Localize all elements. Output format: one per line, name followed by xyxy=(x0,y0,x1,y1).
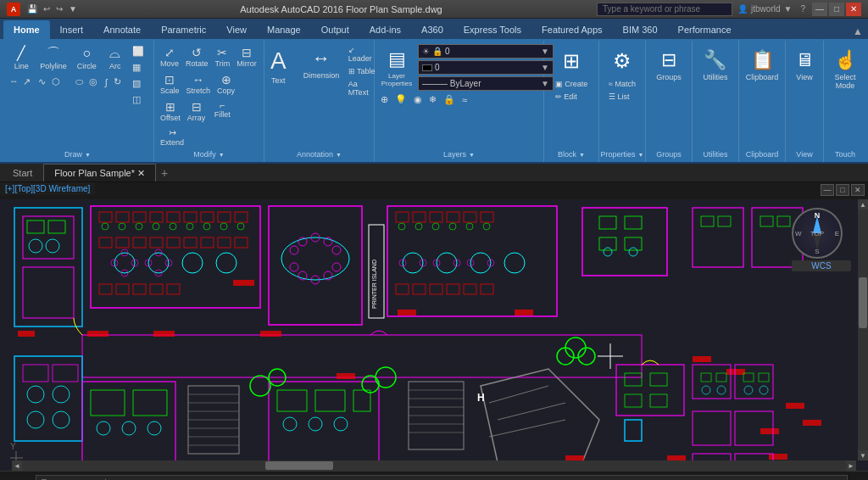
tab-bim360[interactable]: BIM 360 xyxy=(613,20,668,39)
utilities-group-label[interactable]: Utilities xyxy=(703,148,727,160)
layer-dropdown[interactable]: ☀ 🔒 0 ▼ xyxy=(418,44,554,59)
horizontal-scrollbar[interactable]: ◄ ► xyxy=(12,460,856,471)
btn-extend[interactable]: ↣Extend xyxy=(158,126,186,148)
properties-expand[interactable]: ▼ xyxy=(638,152,644,158)
btn-stretch[interactable]: ↔Stretch xyxy=(184,71,214,97)
btn-layer-match[interactable]: ≈ xyxy=(459,93,470,107)
btn-dimension[interactable]: ↔ Dimension xyxy=(298,44,343,83)
btn-fillet[interactable]: ⌐Fillet xyxy=(209,98,235,120)
btn-offset[interactable]: ⊞Offset xyxy=(158,98,183,124)
modify-group-label[interactable]: Modify ▼ xyxy=(193,148,224,160)
command-input[interactable] xyxy=(36,475,848,481)
btn-move[interactable]: ⤢Move xyxy=(158,44,181,70)
qa-save[interactable]: 💾 xyxy=(25,3,39,14)
linetype-dropdown[interactable]: ——— ByLayer ▼ xyxy=(418,76,554,91)
tab-annotate[interactable]: Annotate xyxy=(93,20,151,39)
draw-group-label[interactable]: Draw ▼ xyxy=(64,148,91,160)
btn-select-mode[interactable]: ☝ SelectMode xyxy=(826,46,864,93)
btn-helix[interactable]: ↻ xyxy=(111,75,124,89)
scroll-thumb-h[interactable] xyxy=(265,461,333,470)
btn-mirror[interactable]: ⊟Mirror xyxy=(234,44,259,70)
btn-rect[interactable]: ⬜ xyxy=(130,44,147,59)
btn-xline[interactable]: ╌ xyxy=(8,75,19,89)
user-dropdown[interactable]: ▼ xyxy=(784,4,793,14)
scroll-thumb-v[interactable] xyxy=(859,277,867,328)
viewport-header[interactable]: [+][Top][3D Wireframe] xyxy=(0,182,95,195)
view-group-label[interactable]: View xyxy=(796,148,812,160)
btn-rotate[interactable]: ↺Rotate xyxy=(183,44,211,70)
vp-max[interactable]: □ xyxy=(836,184,849,196)
tab-start[interactable]: Start xyxy=(2,164,43,181)
tab-home[interactable]: Home xyxy=(3,20,50,39)
btn-polygon[interactable]: ⬡ xyxy=(49,75,63,89)
vertical-scrollbar[interactable]: ▲ ▼ xyxy=(858,199,868,460)
tab-add[interactable]: + xyxy=(156,164,173,182)
btn-copy[interactable]: ⊕Copy xyxy=(214,71,237,97)
btn-leader[interactable]: ↙ Leader xyxy=(346,44,379,64)
scroll-down[interactable]: ▼ xyxy=(858,450,868,460)
btn-utilities[interactable]: 🔧 Utilities xyxy=(696,46,734,85)
help-btn[interactable]: ? xyxy=(800,4,805,14)
block-group-label[interactable]: Block ▼ xyxy=(558,148,585,160)
btn-ray[interactable]: ↗ xyxy=(20,75,33,89)
btn-hatch[interactable]: ▦ xyxy=(130,60,147,75)
tab-insert[interactable]: Insert xyxy=(50,20,94,39)
qa-dropdown[interactable]: ▼ xyxy=(67,3,79,14)
btn-trim[interactable]: ✂Trim xyxy=(213,44,233,70)
annotation-group-label[interactable]: Annotation ▼ xyxy=(297,148,342,160)
btn-text[interactable]: A Text xyxy=(259,44,297,88)
btn-scale[interactable]: ⊡Scale xyxy=(158,71,182,97)
btn-spline[interactable]: ∫ xyxy=(103,75,110,89)
cmd-nav-next[interactable]: ► xyxy=(848,477,865,481)
tab-parametric[interactable]: Parametric xyxy=(151,20,216,39)
scroll-left[interactable]: ◄ xyxy=(12,460,22,471)
wcs-label[interactable]: WCS xyxy=(792,260,851,271)
tab-performance[interactable]: Performance xyxy=(668,20,742,39)
btn-layer-iso[interactable]: ◉ xyxy=(411,92,425,107)
properties-group-label[interactable]: Properties ▼ xyxy=(601,148,644,160)
btn-block-edit[interactable]: ✏ Edit xyxy=(553,91,591,103)
search-box[interactable] xyxy=(597,3,732,16)
btn-view[interactable]: 🖥 View xyxy=(786,46,823,85)
btn-properties[interactable]: ⚙ xyxy=(604,46,641,76)
tab-featuredapps[interactable]: Featured Apps xyxy=(531,20,613,39)
qa-undo[interactable]: ↩ xyxy=(42,3,52,14)
scroll-right[interactable]: ► xyxy=(846,460,856,471)
minimize-btn[interactable]: — xyxy=(812,3,827,16)
btn-make-layer[interactable]: ⊕ xyxy=(378,92,391,107)
scroll-up[interactable]: ▲ xyxy=(858,199,868,209)
btn-layer-freeze[interactable]: ❄ xyxy=(426,92,439,107)
btn-layer-off[interactable]: 💡 xyxy=(392,92,409,107)
floor-plan-canvas[interactable]: PRINTER ISLAND xyxy=(0,199,868,471)
btn-boundary[interactable]: ◫ xyxy=(130,92,147,107)
btn-block-insert[interactable]: ⊞ xyxy=(553,46,590,76)
btn-table[interactable]: ⊞ Table xyxy=(346,65,379,77)
clipboard-group-label[interactable]: Clipboard xyxy=(746,148,779,160)
tab-view[interactable]: View xyxy=(216,20,257,39)
btn-ellipse[interactable]: ⬭ xyxy=(73,75,86,89)
btn-3dpoly[interactable]: ∿ xyxy=(36,75,48,89)
close-btn[interactable]: ✕ xyxy=(846,3,861,16)
draw-expand[interactable]: ▼ xyxy=(85,152,91,158)
btn-groups[interactable]: ⊟ Groups xyxy=(649,46,688,85)
btn-donut[interactable]: ◎ xyxy=(86,75,100,89)
btn-list-prop[interactable]: ☰ List xyxy=(606,91,638,103)
btn-mtext[interactable]: Aa MText xyxy=(346,78,379,98)
btn-gradient[interactable]: ▧ xyxy=(130,76,147,91)
qa-redo[interactable]: ↪ xyxy=(54,3,64,14)
groups-group-label[interactable]: Groups xyxy=(656,148,682,160)
btn-arc[interactable]: ⌓ Arc xyxy=(103,44,128,73)
btn-layer-lock[interactable]: 🔒 xyxy=(441,92,458,107)
color-dropdown[interactable]: 0 ▼ xyxy=(418,60,554,75)
maximize-btn[interactable]: □ xyxy=(829,3,844,16)
vp-min[interactable]: — xyxy=(821,184,834,196)
btn-circle[interactable]: ○ Circle xyxy=(73,44,101,73)
btn-clipboard[interactable]: 📋 Clipboard xyxy=(739,46,786,85)
tab-output[interactable]: Output xyxy=(311,20,359,39)
cmd-nav-prev[interactable]: ◄ xyxy=(3,477,20,481)
ribbon-collapse[interactable]: ▲ xyxy=(848,24,868,39)
btn-polyline[interactable]: ⌒ Polyline xyxy=(36,44,71,73)
tab-manage[interactable]: Manage xyxy=(257,20,311,39)
modify-expand[interactable]: ▼ xyxy=(219,152,225,158)
annotation-expand[interactable]: ▼ xyxy=(336,152,342,158)
